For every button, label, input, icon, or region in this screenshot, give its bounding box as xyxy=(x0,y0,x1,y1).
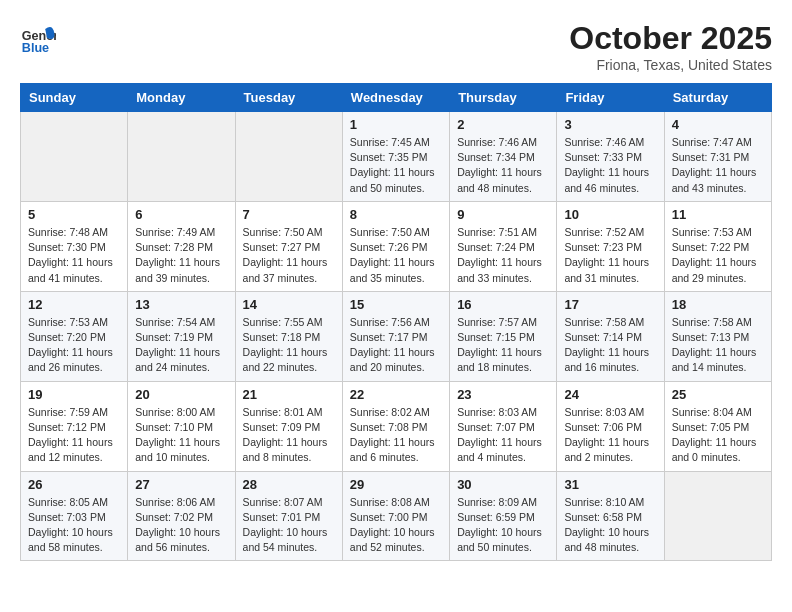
day-info: Sunrise: 7:51 AM Sunset: 7:24 PM Dayligh… xyxy=(457,225,549,286)
calendar-cell: 29Sunrise: 8:08 AM Sunset: 7:00 PM Dayli… xyxy=(342,471,449,561)
calendar-cell: 16Sunrise: 7:57 AM Sunset: 7:15 PM Dayli… xyxy=(450,291,557,381)
calendar-cell: 22Sunrise: 8:02 AM Sunset: 7:08 PM Dayli… xyxy=(342,381,449,471)
day-info: Sunrise: 8:06 AM Sunset: 7:02 PM Dayligh… xyxy=(135,495,227,556)
day-info: Sunrise: 7:57 AM Sunset: 7:15 PM Dayligh… xyxy=(457,315,549,376)
day-info: Sunrise: 8:08 AM Sunset: 7:00 PM Dayligh… xyxy=(350,495,442,556)
calendar-header-row: SundayMondayTuesdayWednesdayThursdayFrid… xyxy=(21,84,772,112)
calendar-cell: 27Sunrise: 8:06 AM Sunset: 7:02 PM Dayli… xyxy=(128,471,235,561)
day-info: Sunrise: 8:05 AM Sunset: 7:03 PM Dayligh… xyxy=(28,495,120,556)
svg-text:Blue: Blue xyxy=(22,41,49,55)
calendar-cell: 7Sunrise: 7:50 AM Sunset: 7:27 PM Daylig… xyxy=(235,201,342,291)
day-number: 5 xyxy=(28,207,120,222)
logo-icon: General Blue xyxy=(20,20,56,56)
day-number: 22 xyxy=(350,387,442,402)
day-number: 12 xyxy=(28,297,120,312)
day-info: Sunrise: 7:58 AM Sunset: 7:14 PM Dayligh… xyxy=(564,315,656,376)
calendar-cell: 11Sunrise: 7:53 AM Sunset: 7:22 PM Dayli… xyxy=(664,201,771,291)
day-info: Sunrise: 8:01 AM Sunset: 7:09 PM Dayligh… xyxy=(243,405,335,466)
day-number: 28 xyxy=(243,477,335,492)
day-info: Sunrise: 7:49 AM Sunset: 7:28 PM Dayligh… xyxy=(135,225,227,286)
calendar-cell: 2Sunrise: 7:46 AM Sunset: 7:34 PM Daylig… xyxy=(450,112,557,202)
calendar-cell: 24Sunrise: 8:03 AM Sunset: 7:06 PM Dayli… xyxy=(557,381,664,471)
day-info: Sunrise: 7:53 AM Sunset: 7:22 PM Dayligh… xyxy=(672,225,764,286)
calendar-cell: 20Sunrise: 8:00 AM Sunset: 7:10 PM Dayli… xyxy=(128,381,235,471)
day-number: 7 xyxy=(243,207,335,222)
day-info: Sunrise: 8:10 AM Sunset: 6:58 PM Dayligh… xyxy=(564,495,656,556)
day-info: Sunrise: 7:50 AM Sunset: 7:27 PM Dayligh… xyxy=(243,225,335,286)
calendar-cell: 12Sunrise: 7:53 AM Sunset: 7:20 PM Dayli… xyxy=(21,291,128,381)
calendar-cell xyxy=(128,112,235,202)
day-number: 9 xyxy=(457,207,549,222)
day-info: Sunrise: 7:53 AM Sunset: 7:20 PM Dayligh… xyxy=(28,315,120,376)
day-info: Sunrise: 7:55 AM Sunset: 7:18 PM Dayligh… xyxy=(243,315,335,376)
calendar-cell: 31Sunrise: 8:10 AM Sunset: 6:58 PM Dayli… xyxy=(557,471,664,561)
column-header-wednesday: Wednesday xyxy=(342,84,449,112)
day-info: Sunrise: 8:03 AM Sunset: 7:06 PM Dayligh… xyxy=(564,405,656,466)
calendar-body: 1Sunrise: 7:45 AM Sunset: 7:35 PM Daylig… xyxy=(21,112,772,561)
day-number: 4 xyxy=(672,117,764,132)
day-info: Sunrise: 7:52 AM Sunset: 7:23 PM Dayligh… xyxy=(564,225,656,286)
day-info: Sunrise: 7:48 AM Sunset: 7:30 PM Dayligh… xyxy=(28,225,120,286)
calendar-week-1: 1Sunrise: 7:45 AM Sunset: 7:35 PM Daylig… xyxy=(21,112,772,202)
calendar-cell: 23Sunrise: 8:03 AM Sunset: 7:07 PM Dayli… xyxy=(450,381,557,471)
calendar-cell xyxy=(664,471,771,561)
day-info: Sunrise: 7:54 AM Sunset: 7:19 PM Dayligh… xyxy=(135,315,227,376)
column-header-monday: Monday xyxy=(128,84,235,112)
calendar-cell: 18Sunrise: 7:58 AM Sunset: 7:13 PM Dayli… xyxy=(664,291,771,381)
day-number: 27 xyxy=(135,477,227,492)
calendar-cell: 3Sunrise: 7:46 AM Sunset: 7:33 PM Daylig… xyxy=(557,112,664,202)
day-info: Sunrise: 7:56 AM Sunset: 7:17 PM Dayligh… xyxy=(350,315,442,376)
day-number: 19 xyxy=(28,387,120,402)
location: Friona, Texas, United States xyxy=(569,57,772,73)
day-number: 2 xyxy=(457,117,549,132)
day-info: Sunrise: 8:00 AM Sunset: 7:10 PM Dayligh… xyxy=(135,405,227,466)
calendar-cell: 4Sunrise: 7:47 AM Sunset: 7:31 PM Daylig… xyxy=(664,112,771,202)
day-number: 15 xyxy=(350,297,442,312)
day-info: Sunrise: 7:59 AM Sunset: 7:12 PM Dayligh… xyxy=(28,405,120,466)
day-number: 3 xyxy=(564,117,656,132)
day-number: 31 xyxy=(564,477,656,492)
calendar-week-3: 12Sunrise: 7:53 AM Sunset: 7:20 PM Dayli… xyxy=(21,291,772,381)
calendar-cell: 13Sunrise: 7:54 AM Sunset: 7:19 PM Dayli… xyxy=(128,291,235,381)
day-number: 1 xyxy=(350,117,442,132)
day-number: 13 xyxy=(135,297,227,312)
calendar-week-4: 19Sunrise: 7:59 AM Sunset: 7:12 PM Dayli… xyxy=(21,381,772,471)
day-info: Sunrise: 7:46 AM Sunset: 7:33 PM Dayligh… xyxy=(564,135,656,196)
calendar-cell: 17Sunrise: 7:58 AM Sunset: 7:14 PM Dayli… xyxy=(557,291,664,381)
day-number: 26 xyxy=(28,477,120,492)
calendar-cell: 30Sunrise: 8:09 AM Sunset: 6:59 PM Dayli… xyxy=(450,471,557,561)
day-info: Sunrise: 8:07 AM Sunset: 7:01 PM Dayligh… xyxy=(243,495,335,556)
calendar-cell xyxy=(21,112,128,202)
day-info: Sunrise: 8:04 AM Sunset: 7:05 PM Dayligh… xyxy=(672,405,764,466)
page-header: General Blue October 2025 Friona, Texas,… xyxy=(20,20,772,73)
day-number: 17 xyxy=(564,297,656,312)
day-number: 25 xyxy=(672,387,764,402)
day-info: Sunrise: 7:47 AM Sunset: 7:31 PM Dayligh… xyxy=(672,135,764,196)
calendar-cell: 25Sunrise: 8:04 AM Sunset: 7:05 PM Dayli… xyxy=(664,381,771,471)
day-number: 16 xyxy=(457,297,549,312)
day-number: 20 xyxy=(135,387,227,402)
calendar-cell: 5Sunrise: 7:48 AM Sunset: 7:30 PM Daylig… xyxy=(21,201,128,291)
day-info: Sunrise: 7:50 AM Sunset: 7:26 PM Dayligh… xyxy=(350,225,442,286)
calendar-week-2: 5Sunrise: 7:48 AM Sunset: 7:30 PM Daylig… xyxy=(21,201,772,291)
calendar-cell: 28Sunrise: 8:07 AM Sunset: 7:01 PM Dayli… xyxy=(235,471,342,561)
calendar-table: SundayMondayTuesdayWednesdayThursdayFrid… xyxy=(20,83,772,561)
day-number: 8 xyxy=(350,207,442,222)
day-number: 11 xyxy=(672,207,764,222)
calendar-cell: 10Sunrise: 7:52 AM Sunset: 7:23 PM Dayli… xyxy=(557,201,664,291)
day-info: Sunrise: 8:02 AM Sunset: 7:08 PM Dayligh… xyxy=(350,405,442,466)
day-number: 29 xyxy=(350,477,442,492)
calendar-cell: 14Sunrise: 7:55 AM Sunset: 7:18 PM Dayli… xyxy=(235,291,342,381)
month-title: October 2025 xyxy=(569,20,772,57)
day-number: 6 xyxy=(135,207,227,222)
calendar-cell: 26Sunrise: 8:05 AM Sunset: 7:03 PM Dayli… xyxy=(21,471,128,561)
column-header-tuesday: Tuesday xyxy=(235,84,342,112)
day-number: 14 xyxy=(243,297,335,312)
calendar-cell: 21Sunrise: 8:01 AM Sunset: 7:09 PM Dayli… xyxy=(235,381,342,471)
title-area: October 2025 Friona, Texas, United State… xyxy=(569,20,772,73)
day-number: 23 xyxy=(457,387,549,402)
day-number: 10 xyxy=(564,207,656,222)
day-number: 24 xyxy=(564,387,656,402)
day-number: 30 xyxy=(457,477,549,492)
calendar-week-5: 26Sunrise: 8:05 AM Sunset: 7:03 PM Dayli… xyxy=(21,471,772,561)
